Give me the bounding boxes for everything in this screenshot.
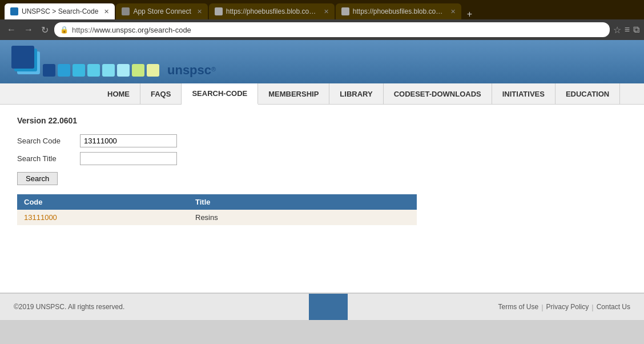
tab-blob1-title: https://phoebusfiles.blob.core.w... (226, 7, 318, 15)
nav-codeset-downloads[interactable]: CODESET-DOWNLOADS (384, 83, 492, 104)
search-code-row: Search Code (17, 134, 627, 147)
tab-unspsc-close[interactable]: ✕ (104, 8, 109, 15)
search-button[interactable]: Search (17, 172, 58, 185)
divider-1: | (541, 303, 543, 311)
tab-blob1[interactable]: https://phoebusfiles.blob.core.w... ✕ (209, 3, 335, 19)
search-title-row: Search Title (17, 152, 627, 165)
tab-appstore-close[interactable]: ✕ (197, 8, 202, 15)
result-title-cell: Resins (188, 210, 417, 225)
url-protocol: https:// (72, 26, 94, 34)
tab-blob2-close[interactable]: ✕ (450, 8, 456, 15)
tab-blob2-title: https://phoebusfiles.blob.core.w... (353, 7, 445, 15)
version-text: Version 22.0601 (17, 116, 627, 125)
toolbar-icons: ☆ ≡ ⧉ (613, 25, 639, 35)
nav-search-code[interactable]: SEARCH-CODE (182, 83, 258, 105)
logo-reg: ® (211, 66, 216, 73)
browser-chrome: UNSPSC > Search-Code ✕ App Store Connect… (0, 0, 644, 40)
results-table: Code Title 13111000 Resins (17, 194, 417, 225)
page-content: unspsc® HOME FAQS SEARCH-CODE MEMBERSHIP… (0, 40, 644, 320)
back-button[interactable]: ← (5, 23, 18, 36)
tab-blob1-close[interactable]: ✕ (324, 8, 329, 15)
split-view-icon[interactable]: ⧉ (633, 25, 639, 35)
unspsc-favicon (10, 7, 18, 15)
footer-link-terms[interactable]: Terms of Use (498, 303, 538, 311)
nav-faqs[interactable]: FAQS (140, 83, 182, 104)
footer-links: Terms of Use | Privacy Policy | Contact … (124, 303, 630, 311)
bookmark-icon[interactable]: ☆ (613, 25, 621, 35)
apple-favicon (122, 7, 130, 15)
logo-text: unspsc (167, 63, 211, 77)
logo-text-area: unspsc® (164, 63, 216, 78)
nav-home[interactable]: HOME (97, 83, 140, 104)
results-table-body: 13111000 Resins (17, 210, 417, 225)
nav-education[interactable]: EDUCATION (556, 83, 620, 104)
url-path: /search-code (148, 26, 191, 34)
tab-appstore[interactable]: App Store Connect ✕ (116, 3, 207, 19)
reading-list-icon[interactable]: ≡ (625, 25, 630, 35)
url-display: https://www.unspsc.org/search-code (72, 26, 191, 34)
lock-icon: 🔒 (60, 26, 69, 34)
nav-initiatives[interactable]: INITIATIVES (492, 83, 556, 104)
forward-button[interactable]: → (22, 23, 35, 36)
tab-unspsc[interactable]: UNSPSC > Search-Code ✕ (5, 3, 115, 19)
footer-copyright: ©2019 UNSPSC. All rights reserved. (14, 303, 124, 311)
site-header: unspsc® (0, 40, 644, 83)
logo-area: unspsc® (11, 46, 216, 83)
tab-blob2[interactable]: https://phoebusfiles.blob.core.w... ✕ (336, 3, 461, 19)
nav-library[interactable]: LIBRARY (329, 83, 383, 104)
logo-small-squares (43, 64, 159, 77)
file-favicon-2 (341, 7, 349, 15)
divider-2: | (591, 303, 593, 311)
tab-unspsc-title: UNSPSC > Search-Code (22, 7, 98, 15)
result-code-cell: 13111000 (17, 210, 188, 225)
footer-link-privacy[interactable]: Privacy Policy (546, 303, 589, 311)
main-content: Version 22.0601 Search Code Search Title… (0, 105, 644, 265)
address-bar-row: ← → ↻ 🔒 https://www.unspsc.org/search-co… (0, 19, 644, 40)
search-title-label: Search Title (17, 154, 80, 163)
col-header-title: Title (188, 194, 417, 210)
search-code-input[interactable] (80, 134, 177, 147)
tab-bar: UNSPSC > Search-Code ✕ App Store Connect… (0, 0, 644, 19)
tab-appstore-title: App Store Connect (133, 7, 191, 15)
results-table-header: Code Title (17, 194, 417, 210)
table-row: 13111000 Resins (17, 210, 417, 225)
col-header-code: Code (17, 194, 188, 210)
logo-stacked-squares (11, 46, 41, 79)
search-title-input[interactable] (80, 152, 177, 165)
footer-link-contact[interactable]: Contact Us (597, 303, 630, 311)
nav-membership[interactable]: MEMBERSHIP (258, 83, 329, 104)
logo-graphic (11, 46, 159, 79)
url-domain: www.unspsc.org (94, 26, 148, 34)
refresh-button[interactable]: ↻ (39, 23, 51, 37)
site-nav: HOME FAQS SEARCH-CODE MEMBERSHIP LIBRARY… (0, 83, 644, 105)
results-header-row: Code Title (17, 194, 417, 210)
file-favicon-1 (215, 7, 223, 15)
address-bar[interactable]: 🔒 https://www.unspsc.org/search-code (54, 22, 610, 37)
new-tab-button[interactable]: + (462, 9, 477, 19)
site-footer: ©2019 UNSPSC. All rights reserved. Terms… (0, 293, 644, 320)
search-code-label: Search Code (17, 137, 80, 145)
